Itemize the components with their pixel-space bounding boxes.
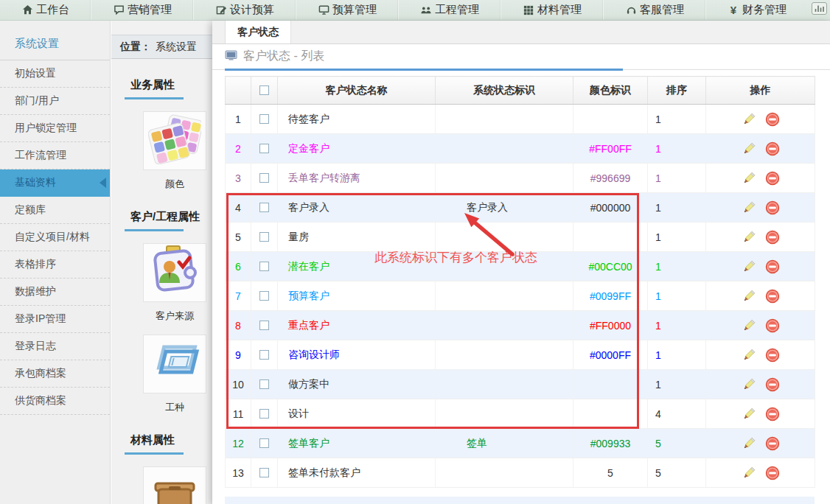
sidebar-item-table-sort[interactable]: 表格排序 [0, 251, 110, 279]
tab-customer-status[interactable]: 客户状态 [225, 21, 291, 43]
edit-pencil-icon[interactable] [742, 436, 756, 451]
table-row-8: 8重点客户#FF00001 [226, 311, 815, 340]
system-flag-cell [436, 281, 573, 311]
row-checkbox-cell [251, 311, 278, 340]
delete-icon[interactable] [765, 171, 780, 186]
row-checkbox[interactable] [259, 409, 269, 419]
edit-pencil-icon[interactable] [742, 377, 756, 392]
row-checkbox-cell [251, 105, 278, 134]
operations-cell [706, 252, 815, 281]
row-checkbox[interactable] [259, 438, 269, 448]
edit-pencil-icon[interactable] [742, 318, 756, 333]
sidebar-item-quota-library[interactable]: 定额库 [0, 197, 110, 224]
nav-item-material[interactable]: 材料管理 [501, 0, 603, 20]
row-checkbox-cell [251, 429, 278, 458]
nav-item-workbench[interactable]: 工作台 [0, 0, 91, 20]
delete-icon[interactable] [765, 377, 780, 392]
color-flag-cell: #009933 [573, 429, 648, 458]
delete-icon[interactable] [765, 407, 780, 421]
operations-cell [706, 105, 815, 134]
row-checkbox[interactable] [259, 232, 269, 242]
edit-pencil-icon[interactable] [742, 407, 756, 421]
tile-material-box[interactable] [143, 466, 206, 504]
delete-icon[interactable] [765, 466, 780, 480]
row-checkbox[interactable] [259, 173, 269, 183]
status-name-cell: 做方案中 [278, 370, 436, 399]
nav-item-service[interactable]: 客服管理 [603, 0, 705, 20]
table-row-1: 1待签客户1 [226, 105, 815, 134]
sidebar-item-data-maintenance[interactable]: 数据维护 [0, 279, 110, 306]
delete-icon[interactable] [765, 230, 780, 245]
nav-item-budget[interactable]: 预算管理 [296, 0, 398, 20]
customer-source-icon [149, 245, 200, 301]
tile-color[interactable] [143, 111, 206, 170]
row-checkbox[interactable] [259, 321, 269, 330]
sort-cell: 1 [648, 370, 706, 399]
nav-item-finance[interactable]: ¥财务管理 [705, 0, 808, 20]
nav-chart-button[interactable] [808, 0, 830, 20]
row-checkbox[interactable] [259, 144, 269, 153]
delete-icon[interactable] [765, 141, 780, 156]
tab-strip: 客户状态 [212, 21, 830, 44]
select-all-checkbox[interactable] [259, 85, 269, 95]
delete-icon[interactable] [765, 289, 780, 304]
row-checkbox[interactable] [259, 114, 269, 124]
color-flag-cell: #00CC00 [573, 252, 648, 281]
tile-customer-source[interactable] [143, 243, 206, 302]
row-number-cell: 2 [226, 134, 251, 164]
tile-label-color: 颜色 [143, 178, 206, 191]
row-checkbox[interactable] [259, 379, 269, 389]
operations-cell [706, 223, 815, 252]
nav-item-design-budget[interactable]: 设计预算 [193, 0, 296, 20]
delete-icon[interactable] [765, 348, 780, 363]
table-row-10: 10做方案中1 [226, 370, 815, 399]
sidebar-item-supplier-files[interactable]: 供货商档案 [0, 388, 110, 415]
delete-icon[interactable] [765, 436, 780, 451]
section-underline [125, 97, 184, 99]
row-checkbox[interactable] [259, 262, 269, 271]
status-name-cell: 签单客户 [278, 429, 436, 458]
edit-pencil-icon[interactable] [742, 200, 756, 215]
main-panel: 客户状态 客户状态 - 列表 客户状态名称 系统状态标识 颜色标识 排序 操作 … [212, 21, 830, 504]
row-checkbox[interactable] [259, 468, 269, 477]
sort-cell: 4 [648, 399, 706, 429]
nav-item-project[interactable]: 工程管理 [398, 0, 501, 20]
operations-cell [706, 458, 815, 488]
edit-pencil-icon[interactable] [742, 230, 756, 245]
sidebar-item-login-ip[interactable]: 登录IP管理 [0, 306, 110, 333]
row-checkbox[interactable] [259, 203, 269, 212]
delete-icon[interactable] [765, 318, 780, 333]
sidebar-item-login-log[interactable]: 登录日志 [0, 333, 110, 360]
nav-item-marketing[interactable]: 营销管理 [91, 0, 193, 20]
sidebar-item-dept-users[interactable]: 部门/用户 [0, 88, 110, 115]
sidebar-item-user-lock[interactable]: 用户锁定管理 [0, 115, 110, 142]
tile-work-type[interactable] [143, 335, 206, 393]
edit-pencil-icon[interactable] [742, 171, 756, 186]
sidebar-item-basic-data[interactable]: 基础资料 [0, 169, 110, 197]
delete-icon[interactable] [765, 112, 780, 127]
edit-pencil-icon[interactable] [742, 289, 756, 304]
delete-icon[interactable] [765, 259, 780, 274]
color-flag-cell: #0099FF [573, 281, 648, 311]
sidebar-item-custom-items[interactable]: 自定义项目/材料 [0, 224, 110, 251]
row-checkbox-cell [251, 134, 278, 164]
edit-pencil-icon[interactable] [742, 259, 756, 274]
edit-pencil-icon[interactable] [742, 112, 756, 127]
row-checkbox[interactable] [259, 291, 269, 301]
row-checkbox-cell [251, 223, 278, 252]
sidebar-item-contractor-files[interactable]: 承包商档案 [0, 360, 110, 388]
breadcrumb: 位置： 系统设置 [111, 35, 212, 59]
edit-pencil-icon[interactable] [742, 348, 756, 363]
row-number-cell: 5 [226, 223, 251, 252]
row-checkbox-cell [251, 399, 278, 429]
sidebar-item-initial-settings[interactable]: 初始设置 [0, 60, 110, 88]
delete-icon[interactable] [765, 200, 780, 215]
sidebar-item-workflow[interactable]: 工作流管理 [0, 142, 110, 169]
nav-item-label: 财务管理 [742, 3, 787, 17]
row-checkbox-cell [251, 252, 278, 281]
edit-pencil-icon[interactable] [742, 141, 756, 156]
sort-cell: 1 [648, 311, 706, 340]
row-checkbox[interactable] [259, 350, 269, 360]
edit-pencil-icon[interactable] [742, 466, 756, 480]
table-header-row: 客户状态名称 系统状态标识 颜色标识 排序 操作 [226, 77, 815, 105]
